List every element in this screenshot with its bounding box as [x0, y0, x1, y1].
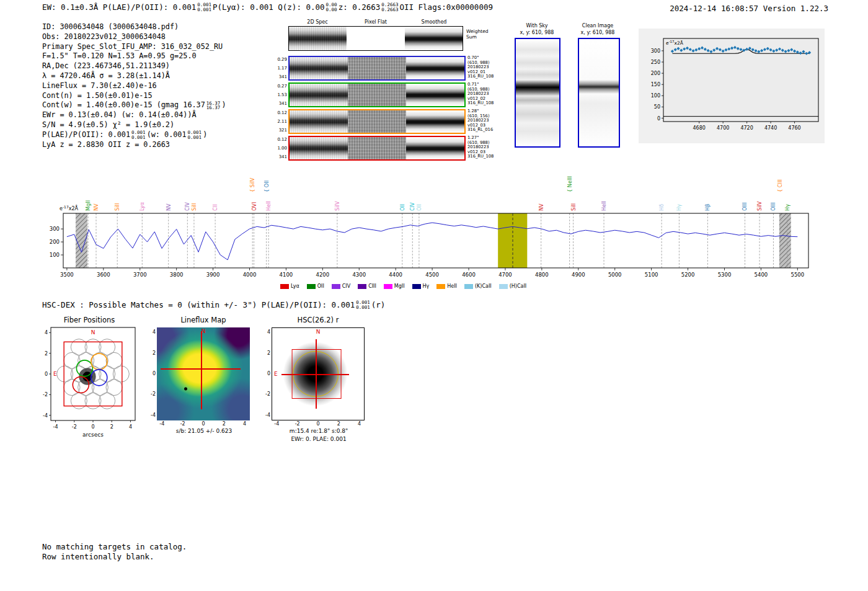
y-tick-label: 2 — [263, 350, 270, 356]
pixel-flat-strip — [348, 84, 406, 106]
legend-label: MgII — [394, 283, 405, 289]
x-tick-label: 5400 — [755, 272, 768, 278]
info-line: P(LAE)/P(OII): 0.001 0.0010.001 (w: 0.00… — [42, 130, 226, 140]
y-tick-label: 300 — [651, 48, 660, 54]
row-weights: 0.122.11321 — [273, 110, 287, 133]
info-line: LineFlux = 7.30(±2.40)e-16 — [42, 81, 226, 91]
weight-value: 341 — [273, 154, 287, 159]
x-tick-label: -4 — [270, 421, 283, 427]
info-line: ID: 3000634048 (3000634048.pdf) — [42, 22, 226, 32]
text-segment: Primary Spec_Slot_IFU_AMP: 316_032_052_R… — [42, 42, 223, 52]
spec2d-strip — [290, 57, 348, 79]
info-line: RA,Dec (223.467346,51.211349) — [42, 61, 226, 71]
smoothed-strip — [406, 57, 464, 79]
col-header-2dspec: 2D Spec — [288, 19, 347, 25]
x-tick-label: -4 — [156, 421, 168, 427]
emission-line-label: OII — [416, 204, 422, 211]
y-tick-label: 200 — [50, 239, 60, 245]
x-tick-label: 5100 — [645, 272, 658, 278]
legend-swatch — [436, 284, 445, 289]
emission-line-label: Hδ — [658, 204, 665, 211]
y-tick-label: 250 — [651, 60, 660, 65]
x-tick-label: 5500 — [791, 272, 805, 278]
x-tick-label: 3500 — [60, 272, 74, 278]
x-tick-label: 4 — [353, 421, 366, 427]
weighted-smoothed-strip — [405, 27, 463, 50]
row-weights: 0.121.00341 — [273, 137, 287, 159]
y-tick-label: 0 — [657, 116, 660, 122]
spec2d-strip — [290, 84, 348, 106]
text-segment: λ = 4720.46Å σ = 3.28(±1.14)Å — [42, 71, 170, 81]
emission-line-label: Hγ — [784, 204, 790, 211]
legend-swatch — [464, 284, 473, 289]
text-segment: ) — [221, 100, 226, 110]
weight-value: 0.12 — [273, 137, 287, 142]
emission-line-label: SiIV — [334, 201, 340, 211]
withsky-coords: x, y: 610, 988 — [513, 29, 560, 36]
lineflux-map-title: Lineflux Map — [157, 316, 250, 324]
x-tick-label: 4600 — [462, 272, 476, 278]
y-tick-label: -2 — [148, 391, 156, 397]
x-tick-label: 4500 — [425, 272, 439, 278]
weighted-sum-panel — [288, 26, 463, 51]
legend-label: Hγ — [423, 283, 430, 289]
emission-line-label: HeII — [601, 201, 607, 211]
x-tick-label: -2 — [72, 424, 77, 430]
y-tick-label: -4 — [148, 412, 156, 418]
stack-bottom: 0.001 — [197, 7, 211, 12]
withsky-title: With Sky — [513, 22, 560, 29]
east-label: E — [274, 371, 278, 377]
lineflux-caption: s/b: 21.05 +/- 0.623 — [148, 428, 260, 434]
emission-line-label: OII — [399, 204, 405, 211]
weight-value: 0.29 — [273, 57, 287, 62]
row-annotation: 1.27"(610, 988)20180223v012_03316_RU_108 — [467, 136, 494, 159]
x-tick-label: 4720 — [740, 125, 753, 131]
hsc-caption-1: m:15.4 re:1.8" s:0.8" — [263, 428, 374, 434]
x-tick-label: 4200 — [316, 272, 330, 278]
legend-swatch — [499, 284, 508, 289]
fiber-cutout-row: 0.121.003411.27"(610, 988)20180223v012_0… — [288, 136, 466, 161]
smoothed-strip — [406, 110, 464, 133]
emission-line-label: CIV — [184, 202, 190, 211]
x-tick-label: -4 — [53, 424, 58, 430]
withsky-title-block: With Sky x, y: 610, 988 — [513, 22, 560, 36]
annotation-line: 316_RU_108 — [467, 74, 494, 79]
smoothed-strip — [406, 84, 464, 106]
legend-item: Hγ — [412, 283, 430, 289]
emission-line-label: { OII — [264, 180, 270, 192]
summary-header: EW: 0.1±0.3Å P(LAE)/P(OII): 0.001 0.0010… — [42, 2, 493, 12]
x-tick-label: 2 — [332, 421, 345, 427]
lineflux-map-image: N — [157, 327, 250, 420]
inset-units-label: e-17x2Å — [666, 40, 684, 46]
stack-bottom: 0.00 — [326, 7, 337, 12]
line-fit-inset-chart: 05010015020025030046804700472047404760e-… — [639, 29, 825, 143]
info-line: F=1.5" T=0.120 N=1.53 A=0.95 g=25.0 — [42, 51, 226, 61]
x-tick-label: 4300 — [352, 272, 366, 278]
legend-label: HeII — [447, 283, 457, 289]
x-tick-label: -2 — [177, 421, 189, 427]
annotation-line: 316_RL_016 — [467, 128, 493, 133]
emission-line-label: SiII — [191, 203, 197, 211]
y-tick-label: 300 — [50, 226, 60, 232]
info-line: S/N = 4.9(±0.5) χ² = 1.9(±0.2) — [42, 120, 226, 130]
col-header-smoothed: Smoothed — [405, 19, 463, 25]
smoothed-strip — [406, 137, 464, 159]
x-tick-label: 4 — [129, 424, 132, 430]
x-tick-label: 2 — [218, 421, 230, 427]
x-tick-label: 4900 — [572, 272, 585, 278]
text-segment: LyA z = 2.8830 OII z = 0.2663 — [42, 140, 170, 150]
cutout-rows: 0.291.173410.70"(610, 988)20180223v012_0… — [288, 56, 466, 162]
hsc-dex-line: HSC-DEX : Possible Matches = 0 (within +… — [42, 300, 385, 309]
weighted-2dspec-strip — [289, 27, 347, 50]
x-tick-label: 4100 — [280, 272, 293, 278]
crosshair-vertical — [201, 331, 202, 409]
lineflux-map-panel: N s/b: 21.05 +/- 0.623 -4-4-2-2002244 — [148, 327, 260, 448]
y-tick-label: 4 — [263, 329, 270, 335]
y-tick-label: -2 — [263, 391, 270, 397]
north-label: N — [202, 328, 206, 334]
withsky-image — [515, 38, 560, 148]
y-tick-label: 0 — [263, 371, 270, 376]
legend-item: OII — [307, 283, 324, 289]
hsc-cutout-panel: N E m:15.4 re:1.8" s:0.8" EWr: 0. PLAE: … — [263, 327, 374, 448]
fiber-cutout-row: 0.122.113211.28"(610, 156)20180223v012_0… — [288, 109, 466, 134]
